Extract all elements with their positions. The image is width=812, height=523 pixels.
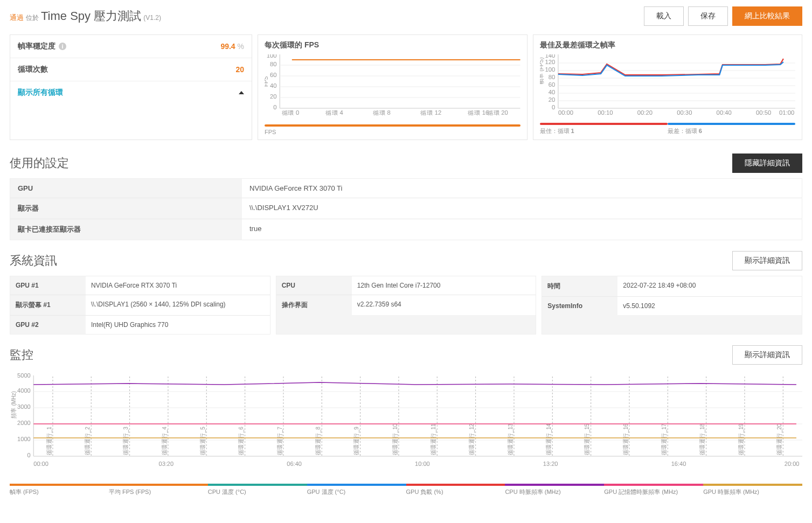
svg-text:13:20: 13:20 [543, 461, 558, 467]
systeminfo-label: SystemInfo [542, 297, 617, 315]
hide-details-button[interactable]: 隱藏詳細資訊 [732, 154, 802, 173]
page-header: 通過 位於 Time Spy 壓力測試 (V1.2) 載入 保存 網上比較結果 [10, 6, 802, 26]
svg-text:0: 0 [27, 452, 31, 458]
gpu-label: GPU [10, 179, 242, 198]
svg-text:00:00: 00:00 [33, 461, 48, 467]
svg-text:80: 80 [270, 61, 277, 67]
legend-avg-fps: 平均 FPS (FPS) [109, 488, 208, 496]
svg-text:140: 140 [545, 54, 555, 59]
stability-label: 幀率穩定度 i [18, 41, 66, 51]
svg-text:20:00: 20:00 [785, 461, 800, 467]
svg-text:4000: 4000 [17, 388, 31, 394]
svg-text:循環 12: 循環 12 [420, 110, 441, 116]
svg-text:循環運行_16: 循環運行_16 [622, 423, 629, 455]
compare-online-button[interactable]: 網上比較結果 [732, 6, 802, 26]
loops-value: 20 [235, 65, 244, 74]
svg-text:20: 20 [548, 97, 555, 103]
sysinfo-col3: 時間2022-07-22 18:49 +08:00 SystemInfov5.5… [542, 276, 802, 334]
svg-text:循環運行_4: 循環運行_4 [161, 427, 168, 455]
svg-text:00:40: 00:40 [716, 110, 731, 116]
legend-gpu-mem-clock: GPU 記憶體時脈頻率 (MHz) [604, 488, 703, 496]
chart2-legend-worst: 最差：循環 6 [668, 127, 795, 135]
legend-fps: 幀率 (FPS) [10, 488, 109, 496]
table-row: 顯卡已連接至顯示器 true [10, 219, 802, 240]
connected-label: 顯卡已連接至顯示器 [10, 219, 242, 240]
svg-text:0: 0 [273, 104, 276, 110]
svg-text:40: 40 [270, 83, 277, 89]
monitoring-chart-svg: 0 1000 2000 3000 4000 5000 循環運行_1循環運行_2循… [10, 370, 802, 472]
svg-text:00:10: 00:10 [598, 110, 613, 116]
svg-text:06:40: 06:40 [287, 461, 302, 467]
chart2-legend-worst-bar [668, 123, 795, 125]
svg-text:00:00: 00:00 [558, 110, 573, 116]
display1-value: \\.\DISPLAY1 (2560 × 1440, 125% DPI scal… [86, 295, 270, 315]
fps-chart-svg: 0 20 40 60 80 100 循環 0 循環 4 循環 8 [265, 54, 520, 119]
svg-text:0: 0 [551, 104, 554, 110]
svg-text:頻率 (MHz): 頻率 (MHz) [10, 391, 17, 419]
svg-text:循環運行_5: 循環運行_5 [199, 427, 206, 455]
cpu-value: 12th Gen Intel Core i7-12700 [352, 276, 536, 295]
monitoring-show-details-button[interactable]: 顯示詳細資訊 [732, 345, 802, 365]
show-all-loops-toggle[interactable]: 顯示所有循環 [10, 81, 252, 104]
gpu2-label: GPU #2 [10, 316, 86, 334]
svg-text:循環 16: 循環 16 [468, 110, 489, 116]
show-all-loops-label: 顯示所有循環 [18, 88, 63, 97]
caret-up-icon [239, 91, 244, 94]
svg-text:03:20: 03:20 [159, 461, 174, 467]
svg-text:循環運行_13: 循環運行_13 [506, 423, 513, 455]
svg-text:幀率 (FPS): 幀率 (FPS) [540, 58, 544, 84]
svg-text:循環運行_1: 循環運行_1 [45, 427, 52, 455]
time-label: 時間 [542, 276, 617, 296]
svg-text:循環運行_18: 循環運行_18 [699, 423, 706, 455]
result-subtitle: 位於 [26, 13, 39, 23]
best-worst-chart: 最佳及最差循環之幀率 0 20 40 60 80 100 120 140 [533, 34, 803, 140]
svg-text:循環運行_7: 循環運行_7 [276, 427, 283, 455]
svg-text:循環運行_15: 循環運行_15 [584, 423, 591, 455]
best-worst-svg: 0 20 40 60 80 100 120 140 [540, 54, 796, 119]
svg-text:循環運行_19: 循環運行_19 [737, 423, 744, 455]
test-version: (V1.2) [143, 14, 161, 22]
svg-text:循環運行_6: 循環運行_6 [238, 427, 245, 455]
cpu-label: CPU [276, 276, 352, 295]
svg-text:16:40: 16:40 [671, 461, 686, 467]
legend-cpu-temp: CPU 溫度 (°C) [208, 488, 307, 496]
svg-text:循環運行_14: 循環運行_14 [545, 423, 552, 455]
svg-text:3000: 3000 [17, 404, 31, 410]
table-row: 顯示器 \\.\DISPLAY1 XV272U [10, 198, 802, 219]
chart2-legend-best-bar [540, 123, 668, 125]
svg-text:01:00: 01:00 [779, 110, 794, 116]
svg-text:60: 60 [548, 82, 555, 88]
gpu-value: NVIDIA GeForce RTX 3070 Ti [242, 179, 802, 198]
sysinfo-title: 系統資訊 [10, 253, 57, 269]
svg-text:120: 120 [545, 59, 555, 65]
chart1-legend-bar [265, 124, 520, 127]
svg-text:10:00: 10:00 [415, 461, 430, 467]
chart1-title: 每次循環的 FPS [265, 40, 520, 50]
svg-text:2000: 2000 [17, 420, 31, 426]
svg-text:循環 4: 循環 4 [325, 110, 343, 116]
monitoring-title: 監控 [10, 347, 33, 363]
svg-text:100: 100 [545, 67, 555, 73]
sysinfo-col2: CPU12th Gen Intel Core i7-12700 操作界面v2.2… [276, 276, 537, 334]
legend-gpu-temp: GPU 溫度 (°C) [307, 488, 406, 496]
svg-text:00:30: 00:30 [677, 110, 692, 116]
sysinfo-show-details-button[interactable]: 顯示詳細資訊 [732, 251, 802, 270]
os-value: v2.22.7359 s64 [352, 295, 536, 315]
svg-text:循環 8: 循環 8 [373, 110, 391, 116]
monitor-label: 顯示器 [10, 198, 242, 219]
save-button[interactable]: 保存 [688, 6, 728, 26]
gpu1-label: GPU #1 [10, 276, 86, 295]
sysinfo-col1: GPU #1NVIDIA GeForce RTX 3070 Ti 顯示螢幕 #1… [10, 276, 270, 334]
connected-value: true [242, 219, 802, 240]
chart2-title: 最佳及最差循環之幀率 [540, 40, 796, 50]
load-button[interactable]: 載入 [644, 6, 684, 26]
svg-text:循環 20: 循環 20 [487, 110, 508, 116]
os-label: 操作界面 [276, 295, 352, 315]
settings-section: 使用的設定 隱藏詳細資訊 GPU NVIDIA GeForce RTX 3070… [10, 154, 802, 240]
monitoring-legend: 幀率 (FPS) 平均 FPS (FPS) CPU 溫度 (°C) GPU 溫度… [10, 484, 802, 496]
svg-text:60: 60 [270, 72, 277, 78]
svg-text:80: 80 [548, 74, 555, 80]
header-actions: 載入 保存 網上比較結果 [644, 6, 802, 26]
info-icon[interactable]: i [59, 43, 66, 50]
settings-title: 使用的設定 [10, 155, 69, 171]
